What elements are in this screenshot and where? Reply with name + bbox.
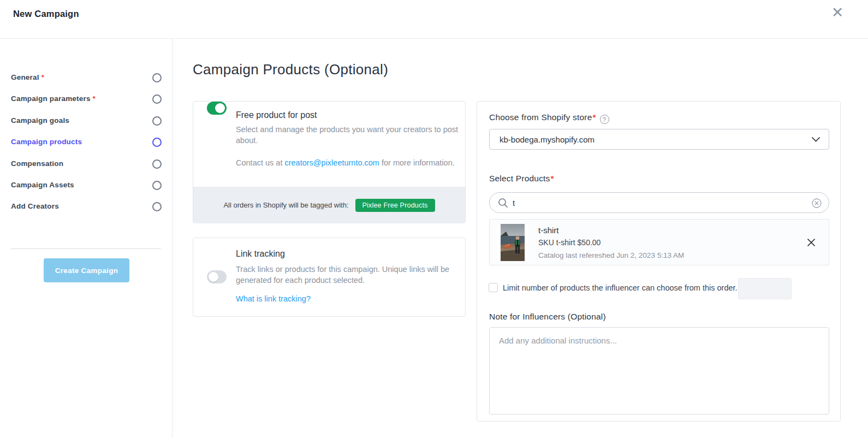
- note-textarea[interactable]: [489, 327, 829, 415]
- clear-search-icon[interactable]: [812, 198, 822, 208]
- sidebar-item-campaign-products[interactable]: Campaign products: [0, 137, 173, 148]
- link-tracking-title: Link tracking: [236, 249, 285, 259]
- limit-products-checkbox[interactable]: [489, 283, 498, 292]
- link-tracking-description: Track links or products for this campaig…: [236, 264, 451, 286]
- sidebar-item-label: Campaign goals: [11, 116, 69, 125]
- product-sku: SKU t-shirt $50.00: [538, 238, 601, 247]
- modal-title: New Campaign: [13, 9, 79, 19]
- shopify-tag-footer: All orders in Shopify will be tagged wit…: [193, 187, 465, 223]
- required-asterisk: *: [93, 94, 96, 103]
- sidebar-item-label: Campaign Assets: [11, 181, 74, 189]
- sidebar-divider: [11, 248, 161, 249]
- product-search: [489, 192, 829, 213]
- sidebar-item-campaign-goals[interactable]: Campaign goals: [0, 116, 173, 127]
- product-name: t-shirt: [538, 226, 559, 235]
- sidebar-item-label: Compensation: [11, 159, 63, 168]
- product-catalog-refreshed: Catalog last refereshed Jun 2, 2023 5:13…: [538, 251, 684, 259]
- sidebar-item-general[interactable]: General*: [0, 73, 173, 84]
- toggle-knob: [215, 103, 225, 113]
- step-status-circle: [152, 138, 162, 147]
- store-select-value: kb-bodega.myshopify.com: [500, 129, 594, 150]
- step-status-circle: [152, 94, 162, 104]
- link-tracking-toggle[interactable]: [207, 270, 227, 283]
- shopify-products-panel: Choose from Shopify store*? kb-bodega.my…: [477, 101, 841, 422]
- new-campaign-modal: New Campaign ✕ General* Campaign paramet…: [0, 0, 868, 438]
- help-icon[interactable]: ?: [600, 115, 609, 124]
- what-is-link-tracking-link[interactable]: What is link tracking?: [236, 294, 311, 303]
- select-products-label: Select Products*: [489, 174, 554, 184]
- search-icon: [498, 198, 508, 208]
- sidebar-item-campaign-parameters[interactable]: Campaign parameters*: [0, 94, 173, 105]
- sidebar-item-campaign-assets[interactable]: Campaign Assets: [0, 180, 173, 191]
- step-status-circle: [152, 116, 162, 126]
- step-status-circle: [152, 73, 162, 82]
- step-status-circle: [152, 202, 162, 211]
- sidebar-item-add-creators[interactable]: Add Creators: [0, 202, 173, 212]
- limit-products-label: Limit number of products the influencer …: [503, 283, 738, 292]
- sidebar-item-label: Add Creators: [11, 202, 59, 210]
- free-product-toggle[interactable]: [207, 102, 227, 115]
- sidebar-item-label: General: [11, 73, 39, 81]
- step-status-circle: [152, 159, 162, 169]
- contact-email-link[interactable]: creators@pixleeturnto.com: [284, 158, 379, 167]
- sidebar-item-label: Campaign products: [11, 138, 82, 146]
- remove-product-icon[interactable]: [806, 237, 817, 248]
- product-thumbnail: [497, 224, 528, 261]
- campaign-steps-sidebar: General* Campaign parameters* Campaign g…: [0, 39, 173, 438]
- selected-product-row: t-shirt SKU t-shirt $50.00 Catalog last …: [489, 219, 829, 265]
- close-icon[interactable]: ✕: [829, 4, 846, 21]
- free-product-card: Free product for post Select and manage …: [193, 101, 466, 223]
- chevron-down-icon: [812, 137, 820, 142]
- create-campaign-button[interactable]: Create Campaign: [44, 258, 129, 282]
- required-asterisk: *: [593, 113, 596, 122]
- contact-line: Contact us at creators@pixleeturnto.com …: [236, 158, 455, 167]
- store-select[interactable]: kb-bodega.myshopify.com: [489, 129, 829, 150]
- modal-header: New Campaign ✕: [0, 0, 868, 39]
- free-product-description: Select and manage the products you want …: [236, 125, 460, 146]
- pixlee-free-products-badge: Pixlee Free Products: [355, 199, 435, 212]
- link-tracking-card: Link tracking Track links or products fo…: [193, 238, 466, 317]
- toggle-knob: [209, 272, 218, 282]
- product-search-input[interactable]: [513, 193, 807, 212]
- page-title: Campaign Products (Optional): [193, 61, 388, 78]
- required-asterisk: *: [41, 73, 44, 81]
- required-asterisk: *: [551, 174, 554, 183]
- limit-count-input[interactable]: [738, 278, 792, 299]
- store-label: Choose from Shopify store*?: [489, 113, 609, 124]
- footer-text: All orders in Shopify will be tagged wit…: [223, 201, 348, 209]
- sidebar-item-label: Campaign parameters: [11, 94, 91, 103]
- sidebar-item-compensation[interactable]: Compensation: [0, 159, 173, 170]
- free-product-title: Free product for post: [236, 110, 317, 120]
- step-status-circle: [152, 181, 162, 190]
- note-label: Note for Influencers (Optional): [489, 312, 606, 322]
